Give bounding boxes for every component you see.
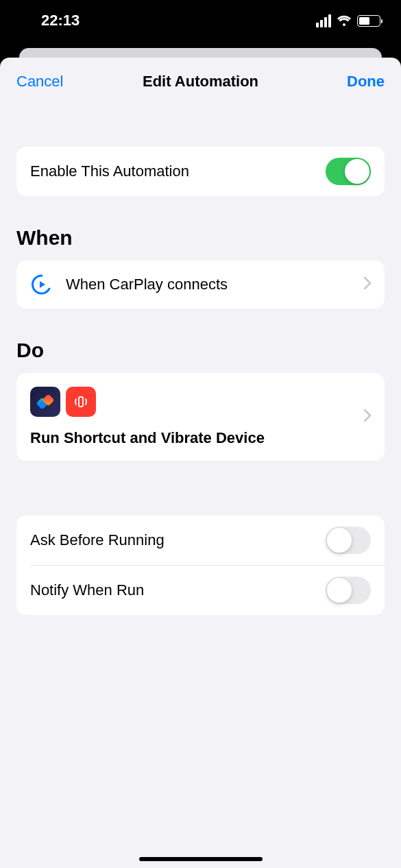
do-section-header: Do: [16, 339, 385, 362]
vibrate-device-icon: [66, 387, 96, 417]
svg-rect-2: [79, 397, 83, 407]
modal-sheet: Cancel Edit Automation Done Enable This …: [0, 58, 401, 868]
when-card: When CarPlay connects: [16, 261, 385, 309]
do-actions-text: Run Shortcut and Vibrate Device: [30, 429, 364, 447]
do-card: Run Shortcut and Vibrate Device: [16, 373, 385, 461]
home-indicator[interactable]: [139, 857, 263, 861]
chevron-right-icon: [364, 408, 371, 426]
wifi-icon: [337, 15, 352, 26]
cellular-signal-icon: [316, 14, 331, 27]
when-trigger-text: When CarPlay connects: [66, 276, 352, 293]
enable-label: Enable This Automation: [30, 162, 326, 180]
when-trigger-row[interactable]: When CarPlay connects: [16, 261, 385, 309]
ask-before-running-row: Ask Before Running: [16, 516, 385, 565]
notify-toggle[interactable]: [326, 577, 371, 604]
do-actions-row[interactable]: Run Shortcut and Vibrate Device: [16, 373, 385, 461]
enable-toggle[interactable]: [326, 158, 371, 185]
notify-when-run-row: Notify When Run: [16, 566, 385, 615]
notify-label: Notify When Run: [30, 581, 326, 599]
status-icons: [316, 14, 380, 27]
action-icons: [30, 387, 364, 417]
battery-icon: [357, 15, 380, 27]
status-bar: 22:13: [0, 0, 401, 41]
ask-toggle[interactable]: [326, 527, 371, 554]
content-area: Enable This Automation When When CarPlay…: [0, 106, 401, 868]
done-button[interactable]: Done: [347, 73, 385, 91]
shortcuts-app-icon: [30, 387, 60, 417]
navigation-bar: Cancel Edit Automation Done: [0, 58, 401, 106]
cancel-button[interactable]: Cancel: [16, 73, 63, 91]
carplay-icon: [30, 273, 53, 296]
enable-card: Enable This Automation: [16, 147, 385, 196]
when-section-header: When: [16, 226, 385, 250]
ask-label: Ask Before Running: [30, 531, 326, 549]
status-time: 22:13: [41, 12, 80, 29]
chevron-right-icon: [364, 276, 371, 293]
settings-card: Ask Before Running Notify When Run: [16, 516, 385, 615]
enable-automation-row: Enable This Automation: [16, 147, 385, 196]
